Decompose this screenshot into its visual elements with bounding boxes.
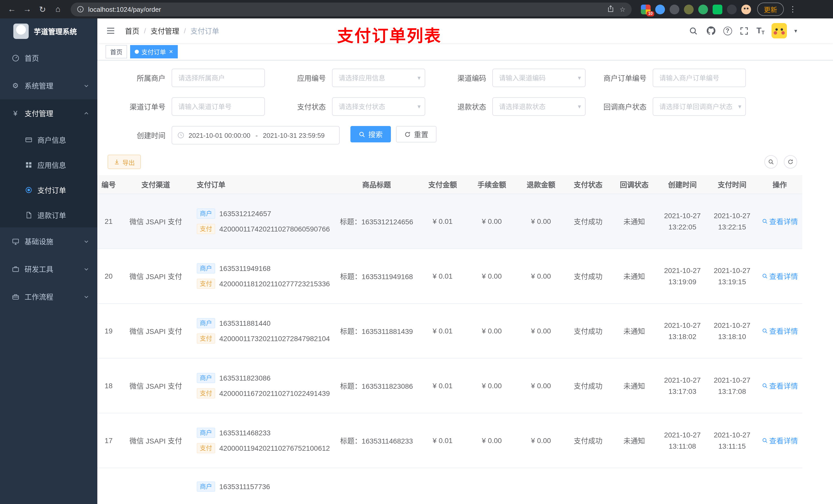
col-amount: 支付金额	[418, 175, 467, 194]
fullscreen-icon[interactable]	[739, 26, 749, 36]
view-detail-link[interactable]: 查看详情	[762, 326, 798, 336]
merchant-select[interactable]	[172, 69, 265, 87]
notify-status-select[interactable]: ▾	[653, 97, 746, 116]
app-title: 芋道管理系统	[34, 26, 77, 37]
filter-merchant: 所属商户	[108, 69, 265, 87]
table-row: 20 微信 JSAPI 支付 商户1635311949168 支付4200001…	[97, 248, 802, 303]
active-dot	[135, 49, 139, 53]
channel-code-select[interactable]: ▾	[492, 69, 586, 87]
browser-menu-icon[interactable]: ⋮	[789, 5, 796, 14]
browser-reload-button[interactable]: ↻	[36, 3, 49, 16]
col-fee: 手续金额	[467, 175, 516, 194]
sidebar-item-pay-order[interactable]: 支付订单	[0, 177, 97, 202]
sidebar-item-app-info[interactable]: 应用信息	[0, 152, 97, 177]
browser-chrome: ← → ↻ ⌂ localhost:1024/pay/order ☆ 10	[0, 0, 833, 19]
extension-drop-icon[interactable]	[655, 4, 665, 14]
browser-home-button[interactable]: ⌂	[51, 3, 65, 16]
pay-status-input[interactable]	[332, 98, 425, 115]
merchant-order-no-input[interactable]	[653, 69, 745, 87]
channel-order-no-input[interactable]	[172, 98, 264, 115]
sidebar-item-refund-order[interactable]: 退款订单	[0, 202, 97, 227]
font-size-icon[interactable]: TT	[756, 26, 765, 35]
filter-label: 回调商户状态	[589, 101, 653, 112]
navbar: 首页 / 支付管理 / 支付订单 支付订单列表 ?	[97, 19, 833, 43]
view-detail-link[interactable]: 查看详情	[762, 435, 798, 446]
sidebar-item-merchant-info[interactable]: 商户信息	[0, 127, 97, 152]
breadcrumb: 首页 / 支付管理 / 支付订单	[125, 26, 219, 36]
sidebar-item-workflow[interactable]: 工作流程	[0, 283, 97, 310]
filter-app-id: 应用编号 ▾	[268, 69, 425, 87]
pay-tag: 支付	[197, 388, 215, 398]
sidebar-item-dev-tools[interactable]: 研发工具	[0, 255, 97, 283]
extension-icons: 10	[641, 4, 751, 14]
sidebar-toggle-icon[interactable]	[105, 26, 116, 36]
browser-update-button[interactable]: 更新	[757, 3, 784, 16]
browser-back-button[interactable]: ←	[5, 3, 19, 16]
refund-status-input[interactable]	[493, 98, 585, 115]
col-notify: 回调状态	[611, 175, 658, 194]
merchant-order-no-field[interactable]	[653, 69, 746, 87]
close-icon[interactable]: ×	[169, 48, 173, 55]
filter-label: 创建时间	[108, 130, 172, 140]
table-row: 18 微信 JSAPI 支付 商户1635311823086 支付4200001…	[97, 358, 802, 413]
user-avatar[interactable]	[772, 23, 787, 39]
user-menu-caret-icon[interactable]: ▾	[794, 27, 797, 34]
url-text[interactable]: localhost:1024/pay/order	[88, 5, 607, 13]
col-status: 支付状态	[566, 175, 611, 194]
orders-table-wrap: 编号 支付渠道 支付订单 商品标题 支付金额 手续金额 退款金额 支付状态 回调…	[97, 175, 833, 504]
app-select-input[interactable]	[332, 69, 425, 87]
view-detail-link[interactable]: 查看详情	[762, 216, 798, 226]
address-bar[interactable]: localhost:1024/pay/order ☆	[71, 2, 632, 16]
app-select[interactable]: ▾	[332, 69, 425, 87]
tab-pay-order[interactable]: 支付订单 ×	[130, 45, 177, 58]
toggle-search-button[interactable]	[764, 155, 778, 169]
extension-dark-icon[interactable]	[670, 4, 679, 14]
refund-status-select[interactable]: ▾	[492, 97, 586, 116]
tab-home[interactable]: 首页	[105, 45, 127, 58]
chevron-down-icon	[84, 238, 89, 244]
browser-forward-button[interactable]: →	[21, 3, 34, 16]
refresh-button[interactable]	[784, 155, 797, 169]
sidebar-item-system[interactable]: ⚙ 系统管理	[0, 72, 97, 99]
pay-tag: 支付	[197, 223, 215, 234]
date-range-picker[interactable]: 2021-10-01 00:00:00 - 2021-10-31 23:59:5…	[172, 126, 340, 144]
help-icon[interactable]: ?	[723, 26, 732, 35]
sidebar-item-home[interactable]: 首页	[0, 44, 97, 72]
filter-channel-order-no: 渠道订单号	[108, 97, 265, 116]
breadcrumb-home[interactable]: 首页	[125, 26, 139, 36]
export-button[interactable]: 导出	[108, 155, 141, 169]
reset-button[interactable]: 重置	[396, 126, 436, 142]
view-detail-link[interactable]: 查看详情	[762, 380, 798, 390]
gear-icon: ⚙	[11, 81, 20, 90]
extension-check-icon[interactable]	[698, 4, 708, 14]
extension-badge: 10	[646, 11, 654, 16]
filter-channel-code: 渠道编码 ▾	[428, 69, 586, 87]
filter-create-time: 创建时间 2021-10-01 00:00:00 - 2021-10-31 23…	[108, 126, 340, 144]
channel-order-no-field[interactable]	[172, 97, 265, 116]
site-info-icon[interactable]	[77, 6, 84, 13]
view-detail-link[interactable]: 查看详情	[762, 271, 798, 281]
share-icon[interactable]	[607, 5, 615, 14]
search-icon[interactable]	[688, 26, 698, 36]
grid-icon	[25, 161, 33, 169]
breadcrumb-pay[interactable]: 支付管理	[151, 26, 179, 36]
profile-memoji-icon[interactable]	[741, 4, 751, 14]
bookmark-star-icon[interactable]: ☆	[620, 5, 625, 13]
sidebar-item-pay[interactable]: ¥ 支付管理	[0, 99, 97, 127]
filter-label: 应用编号	[268, 73, 332, 83]
filter-label: 渠道订单号	[108, 101, 172, 112]
channel-code-input[interactable]	[493, 69, 585, 87]
extension-grid-icon[interactable]: 10	[641, 4, 651, 14]
github-icon[interactable]	[706, 26, 716, 36]
merchant-select-input[interactable]	[172, 69, 264, 87]
pay-status-select[interactable]: ▾	[332, 97, 425, 116]
notify-status-input[interactable]	[653, 98, 745, 115]
extension-chat-icon[interactable]	[713, 4, 722, 14]
sidebar-item-infra[interactable]: 基础设施	[0, 227, 97, 255]
extensions-pin-icon[interactable]	[727, 4, 737, 14]
search-button[interactable]: 搜索	[351, 126, 391, 142]
date-start[interactable]: 2021-10-01 00:00:00	[189, 131, 250, 139]
tags-view: 首页 支付订单 ×	[97, 43, 833, 61]
date-end[interactable]: 2021-10-31 23:59:59	[263, 131, 325, 139]
extension-olive-icon[interactable]	[684, 4, 694, 14]
